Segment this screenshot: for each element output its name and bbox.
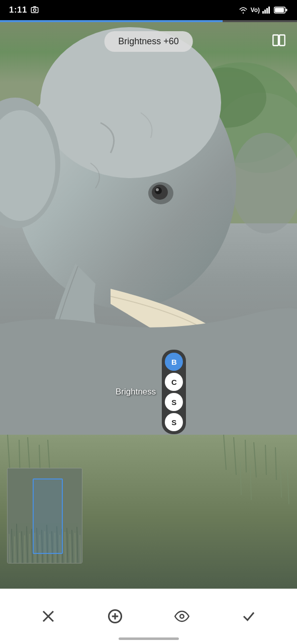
svg-rect-4 bbox=[266, 8, 268, 14]
svg-point-21 bbox=[156, 188, 159, 191]
svg-rect-3 bbox=[264, 10, 266, 14]
add-icon bbox=[108, 609, 123, 624]
svg-point-1 bbox=[33, 9, 36, 11]
brightness-popup-label: Brightness bbox=[116, 387, 156, 397]
vo-icon: Vo) bbox=[251, 7, 260, 14]
svg-rect-8 bbox=[275, 8, 284, 13]
svg-rect-45 bbox=[273, 35, 278, 46]
progress-bar[interactable] bbox=[0, 20, 297, 22]
close-button[interactable] bbox=[36, 604, 61, 629]
saturation-btn-label: S bbox=[171, 398, 176, 407]
saturation-button[interactable]: S bbox=[165, 393, 183, 411]
shadows-button[interactable]: S bbox=[165, 413, 183, 431]
edit-buttons-column: B C S S bbox=[162, 350, 186, 434]
svg-rect-7 bbox=[286, 9, 287, 12]
brightness-tooltip: Brightness +60 bbox=[104, 31, 193, 52]
add-button[interactable] bbox=[103, 604, 128, 629]
status-bar: 1:11 Vo) bbox=[0, 0, 297, 20]
brightness-btn-label: B bbox=[171, 358, 177, 366]
eye-icon bbox=[174, 609, 189, 624]
thumbnail-selection bbox=[33, 478, 63, 554]
svg-point-83 bbox=[180, 614, 184, 618]
shadows-btn-label: S bbox=[171, 418, 176, 427]
svg-rect-46 bbox=[279, 35, 285, 46]
wifi-icon bbox=[238, 6, 248, 14]
thumbnail-image bbox=[8, 468, 82, 563]
svg-rect-2 bbox=[262, 11, 264, 14]
progress-fill bbox=[0, 20, 223, 22]
check-icon bbox=[241, 609, 256, 624]
close-icon bbox=[41, 609, 56, 624]
compare-button[interactable] bbox=[270, 31, 288, 49]
svg-rect-5 bbox=[268, 7, 270, 14]
signal-icon bbox=[262, 7, 271, 14]
brightness-tooltip-text: Brightness +60 bbox=[118, 36, 179, 46]
svg-rect-0 bbox=[31, 8, 38, 13]
photo-icon bbox=[30, 6, 39, 15]
compare-icon bbox=[272, 33, 286, 47]
bottom-toolbar bbox=[0, 589, 297, 644]
edit-popup: Brightness B C S S bbox=[116, 350, 186, 434]
preview-button[interactable] bbox=[169, 604, 194, 629]
thumbnail-overlay[interactable] bbox=[7, 468, 82, 564]
status-icons: Vo) bbox=[238, 6, 288, 14]
contrast-btn-label: C bbox=[171, 378, 177, 386]
brightness-button[interactable]: B bbox=[165, 353, 183, 371]
status-time: 1:11 bbox=[9, 5, 27, 15]
done-button[interactable] bbox=[236, 604, 261, 629]
home-indicator bbox=[119, 637, 179, 640]
contrast-button[interactable]: C bbox=[165, 373, 183, 391]
battery-icon bbox=[274, 7, 288, 14]
